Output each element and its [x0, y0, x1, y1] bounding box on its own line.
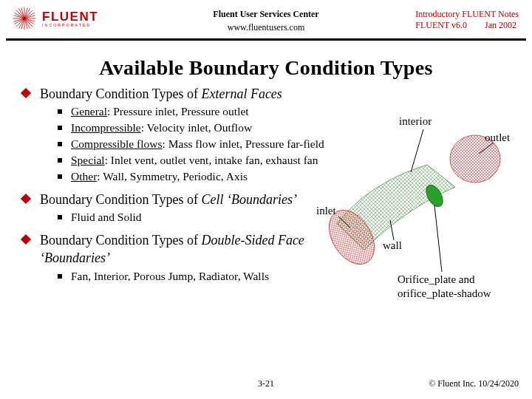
item-text: : Wall, Symmetry, Periodic, Axis: [97, 170, 248, 183]
list-item: General: Pressure inlet, Pressure outlet: [58, 104, 325, 120]
item-label: Incompressible: [71, 121, 141, 134]
item-text: : Velocity inlet, Outflow: [141, 121, 252, 134]
square-bullet-icon: [58, 174, 62, 179]
square-bullet-icon: [58, 158, 62, 163]
item-label: Other: [71, 170, 97, 183]
item-label: General: [71, 105, 107, 117]
header-right-line2: FLUENT v6.0 Jan 2002: [415, 20, 519, 31]
section-heading: Boundary Condition Types of Double-Sided…: [22, 231, 318, 267]
item-text: : Inlet vent, outlet vent, intake fan, e…: [105, 154, 318, 166]
list-item: Incompressible: Velocity inlet, Outflow: [58, 120, 325, 136]
item-text: : Pressure inlet, Pressure outlet: [107, 105, 249, 117]
slide-title: Available Boundary Condition Types: [0, 56, 532, 80]
list-item: Fluid and Solid: [58, 210, 325, 225]
square-bullet-icon: [58, 274, 62, 279]
list-item: Fan, Interior, Porous Jump, Radiator, Wa…: [58, 269, 325, 284]
square-bullet-icon: [58, 126, 62, 130]
diamond-bullet-icon: [21, 234, 31, 245]
sub-list: General: Pressure inlet, Pressure outlet…: [58, 104, 325, 185]
heading-prefix: Boundary Condition Types of: [40, 192, 201, 207]
figure-elbow-pipe: interior outlet inlet wall Orifice_plate…: [324, 113, 514, 309]
diamond-bullet-icon: [21, 88, 31, 98]
content-area: Boundary Condition Types of External Fac…: [22, 85, 510, 369]
header-right-line1: Introductory FLUENT Notes: [415, 9, 519, 20]
header-divider: [6, 38, 526, 41]
label-inlet: inlet: [316, 205, 336, 217]
heading-italic: External Faces: [201, 86, 282, 101]
list-item: Special: Inlet vent, outlet vent, intake…: [58, 153, 325, 168]
heading-italic: Cell ‘Boundaries’: [201, 192, 296, 207]
list-item: Compressible flows: Mass flow inlet, Pre…: [58, 137, 325, 152]
label-interior: interior: [399, 115, 432, 128]
sub-list: Fluid and Solid: [58, 210, 325, 225]
square-bullet-icon: [58, 109, 62, 114]
svg-line-32: [434, 205, 442, 272]
item-text: Fluid and Solid: [71, 211, 142, 223]
diamond-bullet-icon: [21, 194, 31, 204]
item-text: : Mass flow inlet, Pressure far-field: [163, 137, 324, 150]
header-right: Introductory FLUENT Notes FLUENT v6.0 Ja…: [415, 9, 519, 31]
square-bullet-icon: [58, 215, 62, 219]
section-heading: Boundary Condition Types of Cell ‘Bounda…: [22, 191, 318, 208]
item-label: Special: [71, 154, 105, 166]
sub-list: Fan, Interior, Porous Jump, Radiator, Wa…: [58, 269, 325, 284]
heading-prefix: Boundary Condition Types of: [40, 233, 201, 248]
list-item: Other: Wall, Symmetry, Periodic, Axis: [58, 169, 325, 185]
label-wall: wall: [383, 239, 402, 252]
section-heading: Boundary Condition Types of External Fac…: [22, 85, 510, 103]
header-date: Jan 2002: [485, 20, 516, 31]
slide-footer: 3-21 © Fluent Inc. 10/24/2020: [0, 378, 532, 393]
label-outlet: outlet: [485, 132, 510, 144]
item-text: Fan, Interior, Porous Jump, Radiator, Wa…: [71, 270, 269, 282]
svg-line-28: [411, 129, 423, 172]
heading-prefix: Boundary Condition Types of: [40, 86, 201, 101]
slide-root: FLUENT INCORPORATED Fluent User Services…: [0, 0, 532, 399]
header-version: FLUENT v6.0: [415, 20, 467, 31]
slide-header: FLUENT INCORPORATED Fluent User Services…: [0, 0, 532, 43]
square-bullet-icon: [58, 142, 62, 146]
item-label: Compressible flows: [71, 137, 163, 150]
copyright: © Fluent Inc. 10/24/2020: [429, 378, 519, 389]
label-orifice: Orifice_plate and orifice_plate-shadow: [398, 273, 508, 301]
